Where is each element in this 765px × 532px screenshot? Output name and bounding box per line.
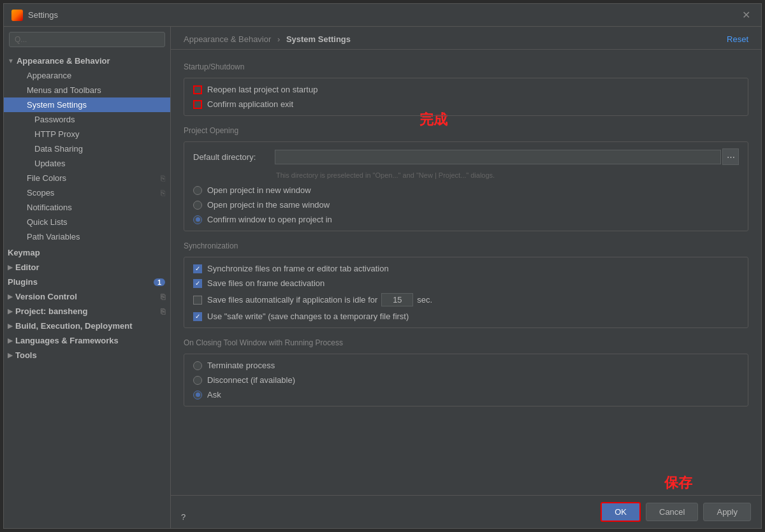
breadcrumb: Appearance & Behavior › System Settings … xyxy=(171,27,761,50)
sidebar-item-label: Quick Lists xyxy=(27,217,68,227)
sidebar-item-http-proxy[interactable]: HTTP Proxy xyxy=(4,127,170,141)
breadcrumb-current: System Settings xyxy=(286,34,351,44)
nav-group-languages[interactable]: ▶ Languages & Frameworks xyxy=(4,333,170,348)
save-deactivation-row: Save files on frame deactivation xyxy=(193,278,739,288)
confirm-exit-row: Confirm application exit xyxy=(193,99,739,109)
breadcrumb-separator: › xyxy=(277,34,282,44)
confirm-window-option[interactable]: Confirm window to open project in xyxy=(193,215,739,224)
external-icon: ⎘ xyxy=(161,307,165,316)
sidebar-item-label: Editor xyxy=(15,262,40,272)
sidebar-item-passwords[interactable]: Passwords xyxy=(4,112,170,127)
sidebar-item-label: Keymap xyxy=(8,248,40,257)
terminate-option[interactable]: Terminate process xyxy=(193,361,739,370)
sidebar-item-label: Menus and Toolbars xyxy=(27,85,101,95)
terminate-radio[interactable] xyxy=(193,361,202,370)
reopen-project-label: Reopen last project on startup xyxy=(207,85,317,94)
default-dir-input[interactable] xyxy=(275,150,721,164)
confirm-exit-label: Confirm application exit xyxy=(207,99,293,109)
same-window-radio[interactable] xyxy=(193,201,202,210)
cancel-button[interactable]: Cancel xyxy=(646,503,698,521)
nav-group-keymap[interactable]: Keymap xyxy=(4,245,170,260)
auto-save-checkbox[interactable] xyxy=(193,296,202,305)
help-button[interactable]: ? xyxy=(181,512,186,522)
confirm-exit-checkbox[interactable] xyxy=(193,100,202,109)
ask-radio[interactable] xyxy=(193,391,202,399)
sidebar-item-notifications[interactable]: Notifications xyxy=(4,200,170,215)
sidebar-item-label: Version Control xyxy=(15,292,77,301)
sidebar-item-system-settings[interactable]: System Settings xyxy=(4,97,170,112)
nav-group-plugins[interactable]: Plugins 1 xyxy=(4,275,170,289)
ask-option[interactable]: Ask xyxy=(193,390,739,399)
save-deactivation-label: Save files on frame deactivation xyxy=(207,278,324,288)
sidebar-item-path-variables[interactable]: Path Variables xyxy=(4,229,170,244)
sidebar-item-label: Data Sharing xyxy=(34,144,83,154)
disconnect-radio[interactable] xyxy=(193,376,202,385)
new-window-label: Open project in new window xyxy=(207,185,311,195)
sidebar-item-label: HTTP Proxy xyxy=(34,129,80,139)
expand-arrow: ▶ xyxy=(8,308,13,315)
external-icon: ⎘ xyxy=(161,292,165,301)
sidebar-item-file-colors[interactable]: File Colors ⎘ xyxy=(4,171,170,185)
sidebar: ▼ Appearance & Behavior Appearance Menus… xyxy=(4,27,171,528)
sidebar-item-label: Tools xyxy=(15,350,37,360)
save-annotation: 保存 xyxy=(664,473,692,492)
help-icon: ? xyxy=(181,512,186,522)
main-panel: Appearance & Behavior › System Settings … xyxy=(171,27,761,528)
ok-button[interactable]: OK xyxy=(601,502,641,522)
sidebar-item-updates[interactable]: Updates xyxy=(4,156,170,171)
content-area: ▼ Appearance & Behavior Appearance Menus… xyxy=(4,27,761,528)
idle-time-suffix: sec. xyxy=(417,295,432,305)
startup-shutdown-group: Reopen last project on startup Confirm a… xyxy=(184,78,748,116)
idle-time-input[interactable]: 15 xyxy=(381,293,413,306)
reset-button[interactable]: Reset xyxy=(727,34,748,44)
save-deactivation-checkbox[interactable] xyxy=(193,279,202,288)
sidebar-item-appearance[interactable]: Appearance xyxy=(4,68,170,83)
sidebar-item-label: Path Variables xyxy=(27,232,80,241)
nav-group-tools[interactable]: ▶ Tools xyxy=(4,348,170,363)
browse-button[interactable]: ⋯ xyxy=(722,148,739,165)
same-window-option[interactable]: Open project in the same window xyxy=(193,200,739,210)
close-button[interactable]: ✕ xyxy=(738,8,754,23)
nav-group-label: Appearance & Behavior xyxy=(17,56,110,66)
settings-content: 完成 Startup/Shutdown Reopen last project … xyxy=(171,50,761,495)
nav-group-version-control[interactable]: ▶ Version Control ⎘ xyxy=(4,289,170,304)
sidebar-item-quick-lists[interactable]: Quick Lists xyxy=(4,215,170,229)
nav-group-project[interactable]: ▶ Project: bansheng ⎘ xyxy=(4,304,170,319)
sidebar-item-label: Notifications xyxy=(27,203,72,212)
disconnect-label: Disconnect (if available) xyxy=(207,375,295,385)
new-window-radio[interactable] xyxy=(193,186,202,195)
safe-write-checkbox[interactable] xyxy=(193,312,202,321)
apply-button[interactable]: Apply xyxy=(703,503,751,521)
search-input[interactable] xyxy=(9,32,165,47)
breadcrumb-path: Appearance & Behavior › System Settings xyxy=(184,34,351,44)
external-icon: ⎘ xyxy=(161,189,165,198)
sidebar-item-label: Scopes xyxy=(27,188,54,198)
title-bar: Settings ✕ xyxy=(4,4,761,27)
sync-frame-label: Synchronize files on frame or editor tab… xyxy=(207,264,389,273)
sidebar-item-data-sharing[interactable]: Data Sharing xyxy=(4,141,170,156)
expand-arrow: ▶ xyxy=(8,352,13,359)
expand-arrow: ▶ xyxy=(8,264,13,271)
sidebar-item-label: Appearance xyxy=(27,71,71,80)
breadcrumb-parent: Appearance & Behavior xyxy=(184,34,271,44)
sidebar-item-label: File Colors xyxy=(27,173,66,183)
sidebar-item-scopes[interactable]: Scopes ⎘ xyxy=(4,185,170,200)
confirm-window-label: Confirm window to open project in xyxy=(207,215,332,224)
startup-shutdown-title: Startup/Shutdown xyxy=(184,62,748,71)
confirm-window-radio[interactable] xyxy=(193,215,202,224)
nav-group-appearance-behavior[interactable]: ▼ Appearance & Behavior xyxy=(4,54,170,68)
project-opening-title: Project Opening xyxy=(184,126,748,135)
expand-arrow: ▶ xyxy=(8,337,13,344)
disconnect-option[interactable]: Disconnect (if available) xyxy=(193,375,739,385)
terminate-label: Terminate process xyxy=(207,361,275,370)
bottom-bar: 保存 ? OK Cancel Apply xyxy=(171,495,761,528)
reopen-project-checkbox[interactable] xyxy=(193,85,202,94)
expand-arrow: ▼ xyxy=(8,57,14,64)
nav-group-build[interactable]: ▶ Build, Execution, Deployment xyxy=(4,319,170,333)
sync-frame-checkbox[interactable] xyxy=(193,264,202,273)
sidebar-item-menus-toolbars[interactable]: Menus and Toolbars xyxy=(4,83,170,97)
new-window-option[interactable]: Open project in new window xyxy=(193,185,739,195)
sidebar-item-label: System Settings xyxy=(27,100,87,110)
safe-write-label: Use "safe write" (save changes to a temp… xyxy=(207,312,409,321)
nav-group-editor[interactable]: ▶ Editor xyxy=(4,260,170,275)
